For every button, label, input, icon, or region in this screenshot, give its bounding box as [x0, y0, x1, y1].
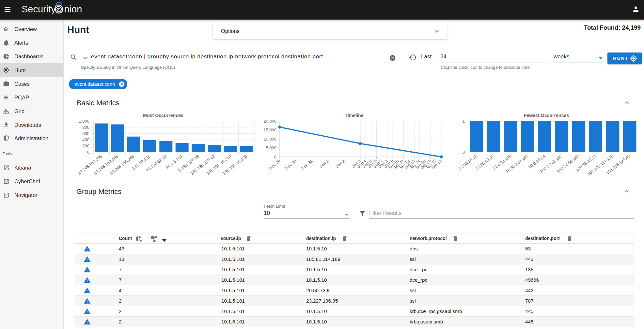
- svg-text:Fewest Occurrences: Fewest Occurrences: [524, 113, 569, 118]
- svg-text:Dec 31: Dec 31: [300, 158, 314, 171]
- svg-text:Jan 2: Jan 2: [335, 158, 346, 169]
- svg-text:20,000: 20,000: [263, 119, 276, 124]
- svg-text:600: 600: [82, 131, 89, 136]
- svg-text:Dec 29: Dec 29: [268, 158, 281, 171]
- svg-text:10,000: 10,000: [263, 137, 276, 142]
- svg-text:0: 0: [274, 155, 276, 159]
- svg-text:800: 800: [82, 125, 89, 130]
- svg-text:Jan 1: Jan 1: [319, 158, 330, 169]
- svg-text:0: 0: [87, 150, 89, 155]
- svg-text:200: 200: [82, 143, 89, 148]
- svg-text:Dec 30: Dec 30: [284, 158, 297, 171]
- svg-text:5,000: 5,000: [266, 145, 276, 150]
- svg-text:Most Occurrences: Most Occurrences: [143, 113, 183, 118]
- svg-text:15,000: 15,000: [263, 127, 276, 132]
- svg-text:0: 0: [463, 150, 465, 155]
- svg-text:Timeline: Timeline: [345, 113, 363, 118]
- svg-text:1: 1: [463, 119, 465, 124]
- svg-text:1,000: 1,000: [79, 119, 89, 124]
- svg-text:400: 400: [82, 137, 89, 142]
